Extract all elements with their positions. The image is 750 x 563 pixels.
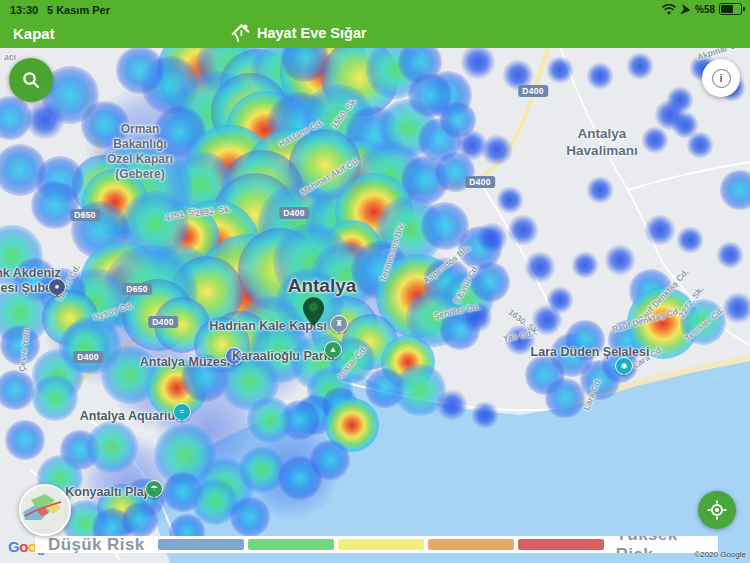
bank-pin[interactable]: ● bbox=[48, 278, 66, 296]
info-button[interactable]: i bbox=[702, 59, 740, 97]
status-bar: 13:30 5 Kasım Per %58 bbox=[0, 0, 750, 22]
selected-place-marker[interactable] bbox=[302, 296, 325, 327]
status-date: 5 Kasım Per bbox=[47, 4, 110, 16]
park-pin[interactable]: ▲ bbox=[324, 341, 342, 359]
map-base-tiles bbox=[0, 0, 750, 563]
aquarium-pin[interactable]: ≈ bbox=[173, 403, 191, 421]
wifi-icon bbox=[662, 4, 676, 15]
location-arrow-icon bbox=[680, 4, 691, 15]
info-icon: i bbox=[712, 69, 731, 88]
status-time: 13:30 bbox=[10, 4, 38, 16]
legend-low-label: Düşük Risk bbox=[35, 536, 158, 553]
legend-color-segment bbox=[428, 539, 514, 550]
google-logo-letter: G bbox=[8, 538, 19, 555]
battery-icon bbox=[719, 3, 742, 15]
thumbnail-minimap bbox=[21, 486, 64, 529]
search-icon bbox=[21, 70, 41, 90]
legend-color-segment bbox=[158, 539, 244, 550]
google-logo-letter: o bbox=[19, 538, 28, 555]
legend-gradient-bar bbox=[158, 539, 604, 550]
hes-app-screen: acıAkpınar Cd.Hastane Cd.1550. Sk.Mehmet… bbox=[0, 0, 750, 563]
map-canvas[interactable]: acıAkpınar Cd.Hastane Cd.1550. Sk.Mehmet… bbox=[0, 0, 750, 563]
close-button[interactable]: Kapat bbox=[13, 25, 55, 42]
app-title: Hayat Eve Sığar bbox=[257, 25, 367, 41]
my-location-icon bbox=[707, 500, 727, 520]
legend-color-segment bbox=[518, 539, 604, 550]
legend-color-segment bbox=[338, 539, 424, 550]
beach-pin[interactable]: ☂ bbox=[145, 480, 163, 498]
my-location-button[interactable] bbox=[698, 491, 736, 529]
search-button[interactable] bbox=[9, 58, 53, 102]
legend-color-segment bbox=[248, 539, 334, 550]
map-preview-thumbnail[interactable] bbox=[19, 484, 71, 536]
waterfall-pin[interactable]: ◉ bbox=[615, 357, 633, 375]
battery-percent: %58 bbox=[695, 4, 715, 15]
hes-logo-icon bbox=[230, 22, 251, 43]
risk-legend: Düşük Risk Yüksek Risk bbox=[35, 536, 718, 553]
app-header: Hayat Eve Sığar bbox=[230, 22, 367, 43]
castle-pin[interactable]: ♜ bbox=[330, 315, 348, 333]
museum-pin[interactable]: Ⅲ bbox=[225, 347, 243, 365]
top-bar: 13:30 5 Kasım Per %58 Kapat bbox=[0, 0, 750, 48]
map-copyright: ©2020 Google bbox=[694, 550, 746, 559]
